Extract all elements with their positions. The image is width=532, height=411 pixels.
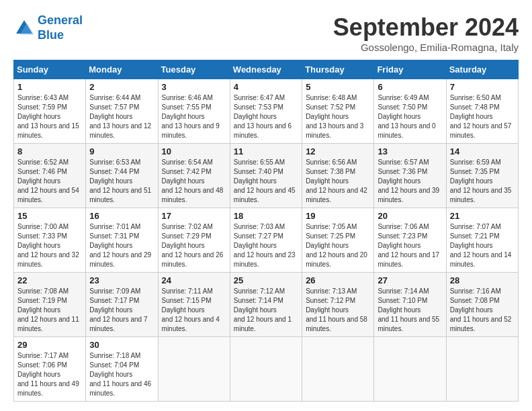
day-number: 11 xyxy=(234,146,298,156)
day-cell: 23Sunrise: 7:09 AMSunset: 7:17 PMDayligh… xyxy=(86,273,158,337)
day-number: 13 xyxy=(378,146,442,156)
logo-blue: Blue xyxy=(38,28,64,42)
day-cell: 30Sunrise: 7:18 AMSunset: 7:04 PMDayligh… xyxy=(86,337,158,402)
day-number: 10 xyxy=(162,146,226,156)
day-number: 29 xyxy=(17,340,82,350)
day-cell: 12Sunrise: 6:56 AMSunset: 7:38 PMDayligh… xyxy=(302,144,374,208)
day-number: 20 xyxy=(378,211,442,221)
day-number: 30 xyxy=(89,340,154,350)
week-row-2: 8Sunrise: 6:52 AMSunset: 7:46 PMDaylight… xyxy=(14,144,519,208)
day-number: 6 xyxy=(378,82,442,92)
day-info: Sunrise: 7:14 AMSunset: 7:10 PMDaylight … xyxy=(378,287,442,334)
day-info: Sunrise: 6:55 AMSunset: 7:40 PMDaylight … xyxy=(234,158,298,205)
weekday-tuesday: Tuesday xyxy=(158,60,230,79)
weekday-wednesday: Wednesday xyxy=(230,60,302,79)
day-info: Sunrise: 7:13 AMSunset: 7:12 PMDaylight … xyxy=(306,287,370,334)
week-row-1: 1Sunrise: 6:43 AMSunset: 7:59 PMDaylight… xyxy=(14,79,519,144)
day-number: 16 xyxy=(89,211,154,221)
day-info: Sunrise: 6:49 AMSunset: 7:50 PMDaylight … xyxy=(378,93,442,140)
day-cell: 4Sunrise: 6:47 AMSunset: 7:53 PMDaylight… xyxy=(230,79,302,144)
day-number: 12 xyxy=(306,146,370,156)
day-cell: 2Sunrise: 6:44 AMSunset: 7:57 PMDaylight… xyxy=(86,79,158,144)
calendar-body: 1Sunrise: 6:43 AMSunset: 7:59 PMDaylight… xyxy=(14,79,519,402)
day-cell: 16Sunrise: 7:01 AMSunset: 7:31 PMDayligh… xyxy=(86,208,158,273)
day-number: 8 xyxy=(17,146,82,156)
week-row-3: 15Sunrise: 7:00 AMSunset: 7:33 PMDayligh… xyxy=(14,208,519,273)
day-info: Sunrise: 7:01 AMSunset: 7:31 PMDaylight … xyxy=(89,222,154,269)
day-number: 7 xyxy=(450,82,515,92)
day-info: Sunrise: 6:48 AMSunset: 7:52 PMDaylight … xyxy=(306,93,370,140)
day-cell: 24Sunrise: 7:11 AMSunset: 7:15 PMDayligh… xyxy=(158,273,230,337)
day-info: Sunrise: 6:47 AMSunset: 7:53 PMDaylight … xyxy=(234,93,298,140)
day-cell: 26Sunrise: 7:13 AMSunset: 7:12 PMDayligh… xyxy=(302,273,374,337)
calendar-table: SundayMondayTuesdayWednesdayThursdayFrid… xyxy=(13,60,519,402)
day-cell: 1Sunrise: 6:43 AMSunset: 7:59 PMDaylight… xyxy=(14,79,86,144)
week-row-5: 29Sunrise: 7:17 AMSunset: 7:06 PMDayligh… xyxy=(14,337,519,402)
day-number: 26 xyxy=(306,275,370,285)
day-cell: 18Sunrise: 7:03 AMSunset: 7:27 PMDayligh… xyxy=(230,208,302,273)
day-cell: 27Sunrise: 7:14 AMSunset: 7:10 PMDayligh… xyxy=(374,273,446,337)
day-info: Sunrise: 6:50 AMSunset: 7:48 PMDaylight … xyxy=(450,93,515,140)
day-cell: 9Sunrise: 6:53 AMSunset: 7:44 PMDaylight… xyxy=(86,144,158,208)
day-cell: 14Sunrise: 6:59 AMSunset: 7:35 PMDayligh… xyxy=(446,144,518,208)
day-info: Sunrise: 7:05 AMSunset: 7:25 PMDaylight … xyxy=(306,222,370,269)
day-number: 23 xyxy=(89,275,154,285)
day-info: Sunrise: 7:18 AMSunset: 7:04 PMDaylight … xyxy=(89,351,154,398)
day-info: Sunrise: 7:17 AMSunset: 7:06 PMDaylight … xyxy=(17,351,82,398)
day-info: Sunrise: 6:53 AMSunset: 7:44 PMDaylight … xyxy=(89,158,154,205)
day-number: 21 xyxy=(450,211,515,221)
weekday-sunday: Sunday xyxy=(14,60,86,79)
day-info: Sunrise: 7:07 AMSunset: 7:21 PMDaylight … xyxy=(450,222,515,269)
day-info: Sunrise: 7:16 AMSunset: 7:08 PMDaylight … xyxy=(450,287,515,334)
header: General Blue September 2024 Gossolengo, … xyxy=(13,13,519,53)
title-area: September 2024 Gossolengo, Emilia-Romagn… xyxy=(333,13,519,53)
day-info: Sunrise: 7:00 AMSunset: 7:33 PMDaylight … xyxy=(17,222,82,269)
logo-text: General Blue xyxy=(38,13,83,42)
day-info: Sunrise: 6:56 AMSunset: 7:38 PMDaylight … xyxy=(306,158,370,205)
location: Gossolengo, Emilia-Romagna, Italy xyxy=(333,42,519,53)
day-number: 15 xyxy=(17,211,82,221)
week-row-4: 22Sunrise: 7:08 AMSunset: 7:19 PMDayligh… xyxy=(14,273,519,337)
day-info: Sunrise: 7:03 AMSunset: 7:27 PMDaylight … xyxy=(234,222,298,269)
weekday-header-row: SundayMondayTuesdayWednesdayThursdayFrid… xyxy=(14,60,519,79)
day-number: 4 xyxy=(234,82,298,92)
day-cell: 7Sunrise: 6:50 AMSunset: 7:48 PMDaylight… xyxy=(446,79,518,144)
day-cell: 29Sunrise: 7:17 AMSunset: 7:06 PMDayligh… xyxy=(14,337,86,402)
day-cell: 20Sunrise: 7:06 AMSunset: 7:23 PMDayligh… xyxy=(374,208,446,273)
day-cell: 22Sunrise: 7:08 AMSunset: 7:19 PMDayligh… xyxy=(14,273,86,337)
logo: General Blue xyxy=(13,13,83,42)
weekday-thursday: Thursday xyxy=(302,60,374,79)
logo-general: General xyxy=(38,13,83,27)
day-number: 2 xyxy=(89,82,154,92)
day-cell: 13Sunrise: 6:57 AMSunset: 7:36 PMDayligh… xyxy=(374,144,446,208)
day-cell: 19Sunrise: 7:05 AMSunset: 7:25 PMDayligh… xyxy=(302,208,374,273)
day-number: 19 xyxy=(306,211,370,221)
day-info: Sunrise: 6:59 AMSunset: 7:35 PMDaylight … xyxy=(450,158,515,205)
logo-icon xyxy=(13,17,35,39)
day-number: 27 xyxy=(378,275,442,285)
day-info: Sunrise: 7:12 AMSunset: 7:14 PMDaylight … xyxy=(234,287,298,334)
day-cell xyxy=(158,337,230,402)
day-info: Sunrise: 7:02 AMSunset: 7:29 PMDaylight … xyxy=(162,222,226,269)
day-cell: 6Sunrise: 6:49 AMSunset: 7:50 PMDaylight… xyxy=(374,79,446,144)
calendar-header: SundayMondayTuesdayWednesdayThursdayFrid… xyxy=(14,60,519,79)
day-cell xyxy=(446,337,518,402)
day-info: Sunrise: 6:44 AMSunset: 7:57 PMDaylight … xyxy=(89,93,154,140)
day-number: 9 xyxy=(89,146,154,156)
day-cell: 25Sunrise: 7:12 AMSunset: 7:14 PMDayligh… xyxy=(230,273,302,337)
day-cell xyxy=(374,337,446,402)
day-number: 22 xyxy=(17,275,82,285)
day-cell: 17Sunrise: 7:02 AMSunset: 7:29 PMDayligh… xyxy=(158,208,230,273)
day-cell: 3Sunrise: 6:46 AMSunset: 7:55 PMDaylight… xyxy=(158,79,230,144)
day-number: 1 xyxy=(17,82,82,92)
day-info: Sunrise: 6:46 AMSunset: 7:55 PMDaylight … xyxy=(162,93,226,140)
day-cell: 8Sunrise: 6:52 AMSunset: 7:46 PMDaylight… xyxy=(14,144,86,208)
day-number: 25 xyxy=(234,275,298,285)
day-number: 3 xyxy=(162,82,226,92)
day-cell: 10Sunrise: 6:54 AMSunset: 7:42 PMDayligh… xyxy=(158,144,230,208)
day-cell: 5Sunrise: 6:48 AMSunset: 7:52 PMDaylight… xyxy=(302,79,374,144)
day-number: 18 xyxy=(234,211,298,221)
day-cell xyxy=(230,337,302,402)
day-info: Sunrise: 6:43 AMSunset: 7:59 PMDaylight … xyxy=(17,93,82,140)
day-info: Sunrise: 6:57 AMSunset: 7:36 PMDaylight … xyxy=(378,158,442,205)
